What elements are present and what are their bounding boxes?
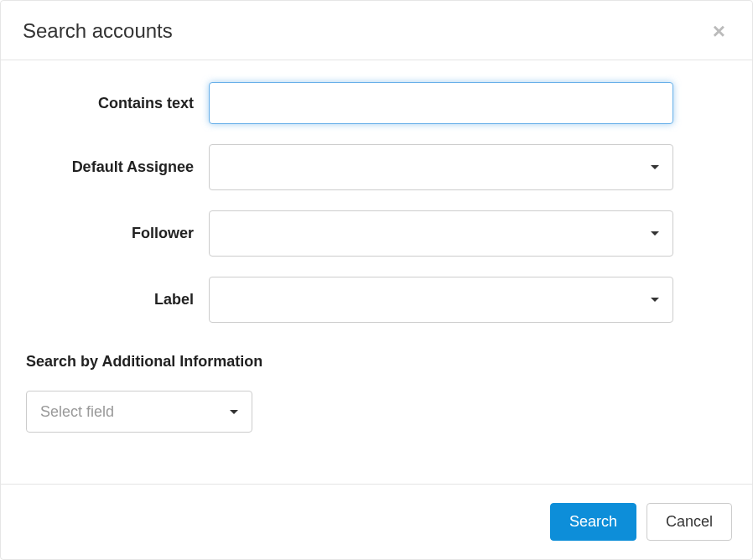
- search-accounts-modal: Search accounts × Contains text Default …: [0, 0, 753, 560]
- caret-down-icon: [651, 231, 659, 236]
- default-assignee-select[interactable]: [209, 144, 673, 190]
- additional-field-select[interactable]: Select field: [26, 391, 252, 433]
- additional-field-placeholder: Select field: [40, 403, 114, 421]
- label-field-label: Label: [26, 291, 209, 309]
- default-assignee-row: Default Assignee: [26, 144, 727, 190]
- default-assignee-label: Default Assignee: [26, 158, 209, 176]
- follower-label: Follower: [26, 225, 209, 242]
- contains-text-row: Contains text: [26, 82, 727, 124]
- modal-footer: Search Cancel: [1, 484, 752, 559]
- label-row: Label: [26, 277, 727, 323]
- additional-info-heading: Search by Additional Information: [26, 353, 727, 371]
- modal-title: Search accounts: [23, 19, 173, 43]
- follower-wrap: [209, 210, 673, 257]
- caret-down-icon: [651, 165, 659, 169]
- label-select[interactable]: [209, 277, 673, 323]
- contains-text-wrap: [209, 82, 673, 124]
- cancel-button[interactable]: Cancel: [647, 503, 732, 541]
- contains-text-label: Contains text: [26, 95, 209, 112]
- modal-header: Search accounts ×: [1, 1, 752, 60]
- follower-select[interactable]: [209, 210, 673, 257]
- label-wrap: [209, 277, 673, 323]
- close-button[interactable]: ×: [708, 20, 730, 42]
- close-icon: ×: [713, 18, 725, 44]
- follower-row: Follower: [26, 210, 727, 257]
- contains-text-input[interactable]: [209, 82, 673, 124]
- caret-down-icon: [230, 410, 238, 414]
- default-assignee-wrap: [209, 144, 673, 190]
- caret-down-icon: [651, 298, 659, 302]
- search-button[interactable]: Search: [550, 503, 636, 541]
- modal-body: Contains text Default Assignee Follower: [1, 60, 752, 484]
